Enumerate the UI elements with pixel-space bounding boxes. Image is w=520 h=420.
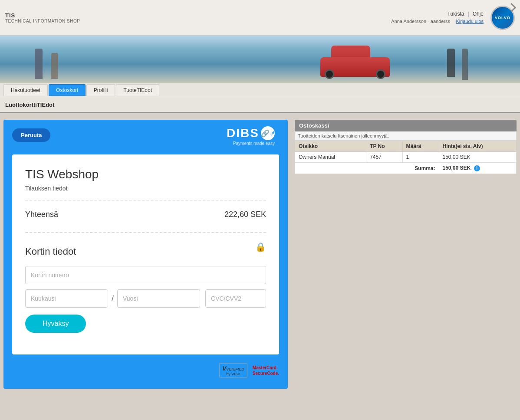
- verified-visa-logo: VVERIFIED by VISA: [219, 363, 247, 378]
- banner-car: [312, 40, 398, 79]
- cart-item-row: Owners Manual 7457 1 150,00 SEK: [295, 152, 517, 163]
- tis-subtitle: TECHNICAL INFORMATION SHOP: [5, 19, 80, 23]
- info-icon[interactable]: i: [474, 165, 480, 171]
- logout-link[interactable]: Kirjaudu ulos: [456, 19, 484, 24]
- tis-title: TIS: [5, 12, 80, 19]
- col-qty: Määrä: [402, 141, 439, 152]
- dibs-icon: [261, 126, 275, 140]
- form-card: TIS Webshop Tilauksen tiedot Yhteensä 22…: [12, 154, 279, 354]
- dibs-subtitle: Payments made easy: [233, 141, 275, 146]
- tab-productinfo[interactable]: TuoteTIEdot: [116, 84, 159, 96]
- user-info-row: Anna Andersson - aanderss Kirjaudu ulos: [391, 17, 484, 25]
- col-price: Hinta(ei sis. Alv): [439, 141, 517, 152]
- item-qty: 1: [402, 152, 439, 163]
- navigation: Hakutuotteet Ostoskori Profiili TuoteTIE…: [0, 83, 520, 97]
- banner: [0, 36, 520, 83]
- banner-people-left: [35, 49, 58, 79]
- year-input[interactable]: [117, 289, 200, 308]
- cart-table: Otsikko TP No Määrä Hinta(ei sis. Alv) O…: [295, 141, 517, 174]
- separator-line: [25, 200, 266, 201]
- user-name: Anna Andersson - aanderss: [391, 19, 450, 24]
- item-name: Owners Manual: [295, 152, 366, 163]
- submit-button[interactable]: Hyväksy: [25, 315, 86, 333]
- tab-search[interactable]: Hakutuotteet: [3, 84, 48, 96]
- tab-cart[interactable]: Ostoskori: [49, 84, 86, 96]
- cvv-input[interactable]: [205, 289, 266, 308]
- by-visa-label: by VISA: [222, 372, 244, 376]
- col-product: Otsikko: [295, 141, 366, 152]
- total-amount: 222,60 SEK: [224, 210, 266, 219]
- payment-logos: VVERIFIED by VISA MasterCard. SecureCode…: [3, 363, 288, 385]
- page-title: LuottokorttiTIEdot: [5, 102, 54, 108]
- volvo-logo: VOLVO: [490, 6, 515, 30]
- dibs-logo: DIBS Payments made easy: [227, 126, 275, 146]
- top-links: Tulosta | Ohje: [448, 11, 484, 17]
- month-input[interactable]: [25, 289, 108, 308]
- header-branding: TIS TECHNICAL INFORMATION SHOP: [5, 12, 80, 23]
- payment-area: Peruuta DIBS Payments made easy TIS Webs…: [3, 120, 288, 389]
- print-link[interactable]: Tulosta: [448, 11, 464, 17]
- header-user-area: Tulosta | Ohje Anna Andersson - aanderss…: [391, 6, 515, 30]
- cancel-button[interactable]: Peruuta: [12, 128, 50, 142]
- total-row: Yhteensä 222,60 SEK: [25, 210, 266, 219]
- person1: [35, 49, 43, 79]
- separator: |: [468, 11, 469, 17]
- cart-title: Ostoskassi: [295, 120, 517, 131]
- slash-separator: /: [108, 294, 117, 303]
- person2: [51, 53, 58, 79]
- tab-profile[interactable]: Profiili: [86, 84, 115, 96]
- order-info-label: Tilauksen tiedot: [25, 185, 266, 192]
- item-tp-no: 7457: [366, 152, 403, 163]
- header: TIS TECHNICAL INFORMATION SHOP Tulosta |…: [0, 0, 520, 36]
- page-title-bar: LuottokorttiTIEdot: [0, 97, 520, 113]
- lock-icon: 🔒: [255, 242, 266, 252]
- card-section-title: Kortin tiedot: [25, 242, 266, 257]
- person4: [462, 49, 468, 80]
- car-wheel-right: [376, 69, 385, 79]
- card-number-input[interactable]: [25, 266, 266, 284]
- main-content: Peruuta DIBS Payments made easy TIS Webs…: [0, 113, 520, 396]
- car-wheel-left: [325, 69, 334, 79]
- sum-value: 150,00 SEK i: [439, 163, 517, 174]
- cart-sidebar: Ostoskassi Tuotteiden katselu Itsenäinen…: [295, 120, 517, 174]
- separator-line2: [25, 232, 266, 233]
- person3: [447, 49, 455, 77]
- total-label: Yhteensä: [25, 210, 58, 219]
- help-link[interactable]: Ohje: [473, 11, 484, 17]
- dibs-text: DIBS: [227, 126, 275, 140]
- cart-sum-row: Summa: 150,00 SEK i: [295, 163, 517, 174]
- sum-label: Summa:: [295, 163, 439, 174]
- item-price: 150,00 SEK: [439, 152, 517, 163]
- banner-people-right: [447, 49, 468, 80]
- header-links: Tulosta | Ohje Anna Andersson - aanderss…: [391, 11, 484, 25]
- col-tp-no: TP No: [366, 141, 403, 152]
- expiry-row: /: [25, 289, 266, 308]
- cart-subtitle: Tuotteiden katselu Itsenäinen jälleenmyy…: [295, 131, 517, 141]
- cart-header-row: Otsikko TP No Määrä Hinta(ei sis. Alv): [295, 141, 517, 152]
- shop-title: TIS Webshop: [25, 167, 266, 181]
- mastercard-securecode-logo: MasterCard. SecureCode.: [253, 365, 279, 376]
